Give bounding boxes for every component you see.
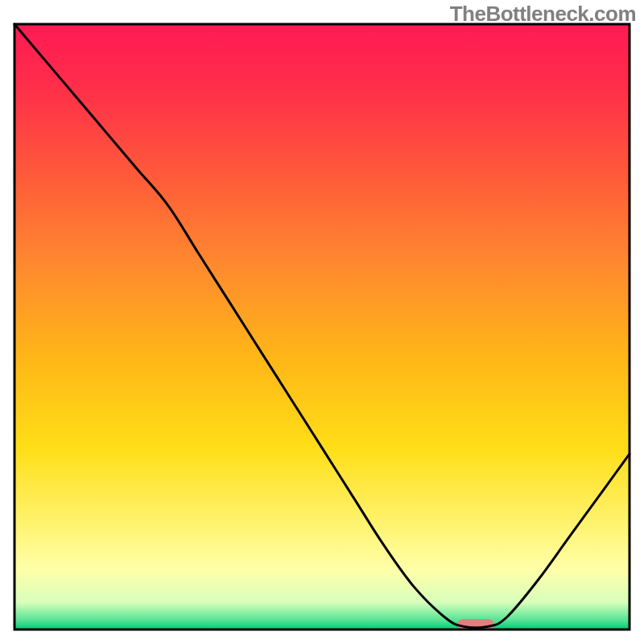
bottleneck-chart: [0, 0, 644, 644]
plot-background: [14, 24, 630, 630]
watermark-text: TheBottleneck.com: [450, 2, 636, 27]
chart-container: TheBottleneck.com: [0, 0, 644, 644]
